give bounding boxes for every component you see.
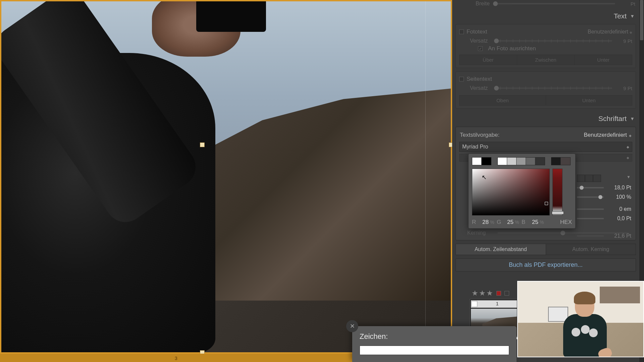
character-popup: ✕ Zeichen: xyxy=(352,326,517,362)
webcam-overlay xyxy=(517,281,644,357)
color-label-red[interactable] xyxy=(496,291,501,296)
thumb-page-number: 1 xyxy=(478,301,517,307)
character-popup-title: Zeichen: xyxy=(352,326,517,344)
seitentext-pos-top[interactable]: Oben xyxy=(459,95,546,106)
color-picker-popup: ↖ R 28 % G 25 % B 25 % HEX xyxy=(468,154,576,229)
text-section-title: Text xyxy=(614,12,627,20)
book-page-canvas[interactable] xyxy=(0,0,452,354)
color-label-empty[interactable] xyxy=(504,291,509,296)
fototext-versatz-value: 9 Pt xyxy=(615,38,632,44)
leading-slider[interactable] xyxy=(577,235,604,237)
seitentext-versatz-slider[interactable] xyxy=(494,87,612,89)
dropdown-icon: ◆ xyxy=(627,145,629,149)
fototext-versatz-label: Versatz xyxy=(470,38,491,44)
g-value[interactable]: 25 xyxy=(503,219,514,226)
b-pct: % xyxy=(540,220,545,225)
swatch-current-1[interactable] xyxy=(551,158,561,165)
font-size-slider[interactable] xyxy=(577,187,604,188)
seitentext-checkbox[interactable] xyxy=(459,77,464,81)
seitentext-versatz-label: Versatz xyxy=(470,85,491,91)
color-swatch-row xyxy=(472,157,572,165)
swatch-gray-4[interactable] xyxy=(526,158,535,165)
font-family-dropdown[interactable]: Myriad Pro ◆ xyxy=(459,142,632,152)
hue-slider[interactable] xyxy=(552,169,562,216)
tracking-value: 0 em xyxy=(608,206,631,212)
swatch-current-2[interactable] xyxy=(561,158,570,165)
b-label: B xyxy=(522,219,527,226)
close-icon: ✕ xyxy=(350,322,355,330)
align-to-photo-checkbox[interactable] xyxy=(478,46,483,51)
tracking-slider[interactable] xyxy=(577,208,604,210)
collapse-icon: ▼ xyxy=(630,116,635,121)
seitentext-label: Seitentext xyxy=(467,76,632,82)
r-pct: % xyxy=(490,220,495,225)
breite-value: Pt xyxy=(619,1,635,7)
export-pdf-button[interactable]: Buch als PDF exportieren... xyxy=(455,258,636,272)
fototext-pos-between[interactable]: Zwischen xyxy=(517,55,575,65)
fototext-preset-dropdown[interactable]: Benutzerdefiniert◆ xyxy=(588,29,632,35)
fototext-position-group: Über Zwischen Unter xyxy=(459,55,632,65)
b-value[interactable]: 25 xyxy=(528,219,538,226)
page-indicator-bar: 3 xyxy=(0,354,352,362)
font-family-name: Myriad Pro xyxy=(462,144,627,150)
r-label: R xyxy=(472,219,477,226)
close-button[interactable]: ✕ xyxy=(346,320,358,332)
textstil-dropdown[interactable]: Benutzerdefiniert◆ xyxy=(584,132,632,138)
sb-cursor[interactable] xyxy=(545,202,548,205)
breite-slider[interactable] xyxy=(493,3,615,4)
swatch-white[interactable] xyxy=(472,158,482,165)
g-pct: % xyxy=(515,220,520,225)
star-icon[interactable]: ★ xyxy=(479,289,486,298)
thumb-checkbox[interactable] xyxy=(471,301,477,307)
swatch-gray-1[interactable] xyxy=(498,158,507,165)
swatch-gray-2[interactable] xyxy=(507,158,517,165)
seitentext-versatz-value: 9 Pt xyxy=(615,85,632,91)
breite-label: Breite xyxy=(476,1,490,7)
fototext-pos-under[interactable]: Unter xyxy=(575,55,632,65)
fototext-pos-over[interactable]: Über xyxy=(459,55,517,65)
star-icon[interactable]: ★ xyxy=(486,289,493,298)
baseline-value: 0,0 Pt xyxy=(608,216,631,222)
schriftart-section-title: Schriftart xyxy=(598,115,627,123)
breite-row: Breite Pt xyxy=(452,0,639,9)
align-to-photo-label: An Foto ausrichten xyxy=(488,45,632,52)
g-label: G xyxy=(497,219,502,226)
leading-value: 21,6 Pt xyxy=(608,233,631,239)
cursor-icon: ↖ xyxy=(482,174,487,181)
scrollbar-thumb[interactable] xyxy=(640,0,643,40)
swatch-gray-3[interactable] xyxy=(517,158,526,165)
hex-label[interactable]: HEX xyxy=(560,219,572,226)
swatch-black[interactable] xyxy=(482,158,491,165)
fototext-checkbox[interactable] xyxy=(459,29,464,34)
fototext-label: Fototext xyxy=(467,28,588,35)
saturation-brightness-field[interactable]: ↖ xyxy=(472,169,550,216)
selection-handle-left[interactable] xyxy=(200,142,205,147)
seitentext-pos-bottom[interactable]: Unten xyxy=(546,95,633,106)
font-metric-sliders: 18,0 Pt 100 % 0 em 0,0 Pt 21,6 Pt xyxy=(577,174,637,241)
selection-handle-right[interactable] xyxy=(449,142,452,147)
star-icon[interactable]: ★ xyxy=(472,289,478,298)
font-size-value: 18,0 Pt xyxy=(608,185,631,191)
rgb-readout: R 28 % G 25 % B 25 % HEX xyxy=(472,219,572,226)
baseline-slider[interactable] xyxy=(577,218,604,219)
textstil-label: Textstilvorgabe: xyxy=(460,132,584,138)
auto-leading-button[interactable]: Autom. Zeilenabstand xyxy=(455,244,546,255)
page-guide xyxy=(425,0,426,354)
photo-preview xyxy=(0,0,452,354)
collapse-icon: ▼ xyxy=(630,13,635,19)
schriftart-section-header[interactable]: Schriftart ▼ xyxy=(452,112,639,125)
opacity-value: 100 % xyxy=(608,194,631,200)
character-input[interactable] xyxy=(360,346,509,355)
selection-handle-bottom[interactable] xyxy=(200,350,205,354)
seitentext-box: Seitentext Versatz 9 Pt Oben Unten xyxy=(455,71,636,109)
swatch-gray-5[interactable] xyxy=(535,158,545,165)
auto-kerning-button[interactable]: Autom. Kerning xyxy=(546,244,636,255)
opacity-slider[interactable] xyxy=(577,196,604,198)
seitentext-position-group: Oben Unten xyxy=(459,95,632,106)
hue-knob[interactable] xyxy=(552,211,564,215)
text-section-header[interactable]: Text ▼ xyxy=(452,9,639,23)
fototext-versatz-slider[interactable] xyxy=(494,40,612,42)
r-value[interactable]: 28 xyxy=(479,219,489,226)
auto-buttons-row: Autom. Zeilenabstand Autom. Kerning xyxy=(455,244,636,255)
rating-row: ★ ★ ★ xyxy=(470,288,523,298)
